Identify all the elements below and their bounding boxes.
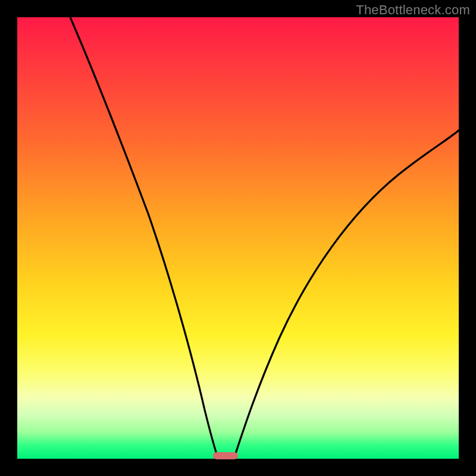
bottleneck-curve xyxy=(17,17,459,459)
curve-left-branch xyxy=(70,17,218,459)
optimal-marker xyxy=(213,452,238,459)
plot-area xyxy=(17,17,459,459)
chart-frame: TheBottleneck.com xyxy=(0,0,476,476)
curve-right-branch xyxy=(234,130,459,459)
watermark-text: TheBottleneck.com xyxy=(356,2,470,18)
